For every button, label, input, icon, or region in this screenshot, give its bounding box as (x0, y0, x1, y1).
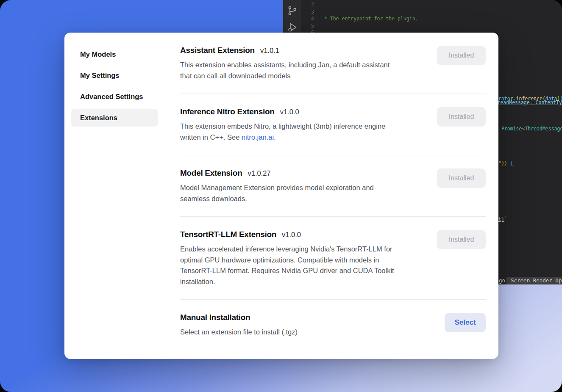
indent-guide (319, 1, 319, 22)
extension-version: v1.0.1 (260, 47, 279, 55)
extension-name: Model Extension (180, 168, 242, 178)
extension-version: v1.0.0 (280, 108, 299, 116)
settings-sidebar: My Models My Settings Advanced Settings … (64, 33, 165, 359)
line-number: 3 (301, 8, 314, 16)
installed-button[interactable]: Installed (437, 107, 486, 127)
code-line: * The entrypoint for the plugin. (321, 15, 562, 22)
sidebar-item-my-settings[interactable]: My Settings (71, 66, 158, 84)
select-file-button[interactable]: Select (445, 313, 486, 332)
nitro-jan-ai-link[interactable]: nitro.jan.ai. (242, 133, 276, 141)
extension-description: Select an extension file to install (.tg… (180, 327, 298, 338)
code-snippet: t}` (498, 216, 507, 223)
code-snippet: ")) { (498, 160, 513, 167)
extension-name: Manual Installation (180, 313, 250, 322)
extension-name: TensortRT-LLM Extension (180, 230, 276, 239)
code-snippet: rator.inference(data)); (498, 95, 562, 102)
extension-description: Model Management Extension provides mode… (180, 182, 374, 204)
line-number: 5 (301, 22, 314, 30)
extension-description: This extension enables assistants, inclu… (180, 60, 390, 81)
extension-row-assistant: Assistant Extension v1.0.1 This extensio… (180, 33, 486, 94)
extension-row-inference-nitro: Inference Nitro Extension v1.0.0 This ex… (180, 94, 486, 155)
run-debug-icon (287, 22, 298, 33)
extension-description: Enables accelerated inference leveraging… (180, 244, 394, 287)
sidebar-item-label: Extensions (80, 114, 117, 122)
desktop-wallpaper: 2 3 4 5 6 * The entrypoint for the plugi… (0, 0, 562, 392)
line-number: 2 (301, 1, 314, 8)
code-snippet: Promise<ThreadMessage> (501, 125, 562, 132)
settings-modal: My Models My Settings Advanced Settings … (64, 33, 498, 359)
sidebar-item-my-models[interactable]: My Models (71, 45, 158, 63)
line-number: 4 (301, 15, 314, 22)
extension-description: This extension embeds Nitro, a lightweig… (180, 121, 385, 143)
extension-version: v1.0.27 (248, 169, 270, 177)
installed-button[interactable]: Installed (437, 168, 486, 188)
sidebar-item-label: My Settings (80, 72, 120, 80)
screen-reader-optimize-notice: Screen Reader Optimize (506, 277, 562, 284)
extension-name: Assistant Extension (180, 46, 255, 55)
extension-row-model: Model Extension v1.0.27 Model Management… (180, 155, 486, 217)
extension-row-tensorrt-llm: TensortRT-LLM Extension v1.0.0 Enables a… (180, 217, 486, 300)
status-bar-text: go (499, 277, 505, 284)
sidebar-item-extensions[interactable]: Extensions (71, 109, 158, 127)
manual-installation-row: Manual Installation Select an extension … (180, 300, 486, 350)
extensions-list: Assistant Extension v1.0.1 This extensio… (166, 33, 498, 359)
extension-name: Inference Nitro Extension (180, 107, 275, 116)
installed-button[interactable]: Installed (437, 230, 486, 249)
sidebar-item-label: My Models (80, 50, 116, 58)
extension-version: v1.0.0 (282, 231, 301, 239)
sidebar-item-label: Advanced Settings (80, 93, 143, 101)
sidebar-item-advanced-settings[interactable]: Advanced Settings (71, 88, 158, 105)
installed-button[interactable]: Installed (437, 46, 486, 65)
line-number-gutter: 2 3 4 5 6 (301, 1, 315, 36)
source-control-icon (287, 5, 298, 17)
